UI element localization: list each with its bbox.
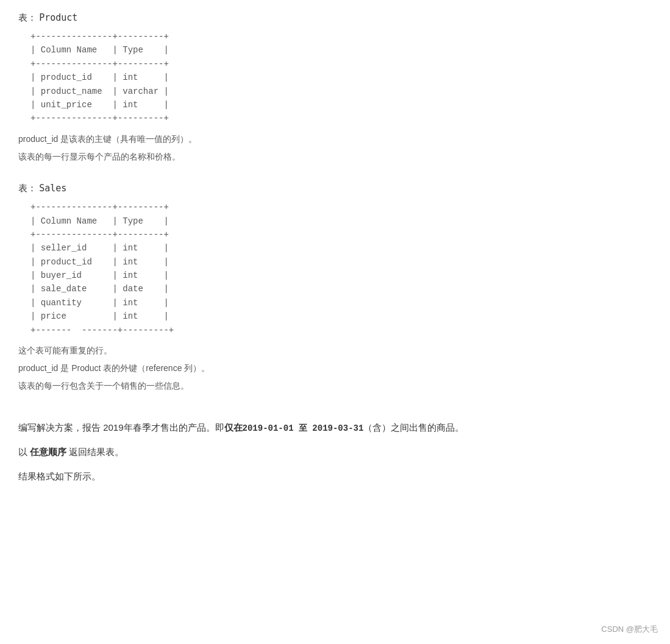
question-order-paragraph: 以 任意顺序 返回结果表。 xyxy=(18,443,652,461)
question-format-paragraph: 结果格式如下所示。 xyxy=(18,467,652,486)
product-desc2: 该表的每一行显示每个产品的名称和价格。 xyxy=(18,149,652,165)
product-section: 表： Product +---------------+---------+ |… xyxy=(18,12,652,165)
footer: CSDN @肥大毛 xyxy=(601,624,658,635)
sales-section: 表： Sales +---------------+---------+ | C… xyxy=(18,183,652,394)
question-order-label: 以 xyxy=(18,447,27,457)
footer-text: CSDN @肥大毛 xyxy=(601,625,658,634)
question-after-range: （含）之间出售的商品。 xyxy=(363,422,464,433)
question-date-range: 2019-01-01 至 2019-03-31 xyxy=(243,423,364,433)
product-ascii-table: +---------------+---------+ | Column Nam… xyxy=(18,30,652,126)
sales-desc1: 这个表可能有重复的行。 xyxy=(18,343,652,358)
sales-desc3: 该表的每一行包含关于一个销售的一些信息。 xyxy=(18,378,652,394)
question-format-label: 结果格式如下所示。 xyxy=(18,471,101,481)
sales-label: 表： xyxy=(18,183,37,193)
sales-table-header: 表： Sales xyxy=(18,183,652,194)
product-desc1: product_id 是该表的主键（具有唯一值的列）。 xyxy=(18,132,652,147)
question-order-bold: 任意顺序 xyxy=(30,447,66,457)
question-intro-text: 编写解决方案，报告 2019年春季才售出的产品。即 xyxy=(18,422,224,433)
question-intro-paragraph: 编写解决方案，报告 2019年春季才售出的产品。即仅在2019-01-01 至 … xyxy=(18,419,652,437)
product-table-header: 表： Product xyxy=(18,12,652,24)
product-table-name: Product xyxy=(39,12,77,23)
sales-ascii-table: +---------------+---------+ | Column Nam… xyxy=(18,200,652,337)
question-section: 编写解决方案，报告 2019年春季才售出的产品。即仅在2019-01-01 至 … xyxy=(18,419,652,486)
question-bold-only: 仅在 xyxy=(224,422,243,433)
sales-desc2: product_id 是 Product 表的外键（reference 列）。 xyxy=(18,361,652,376)
question-order-suffix: 返回结果表。 xyxy=(69,447,124,457)
product-label: 表： xyxy=(18,12,37,23)
sales-table-name: Sales xyxy=(39,183,66,194)
